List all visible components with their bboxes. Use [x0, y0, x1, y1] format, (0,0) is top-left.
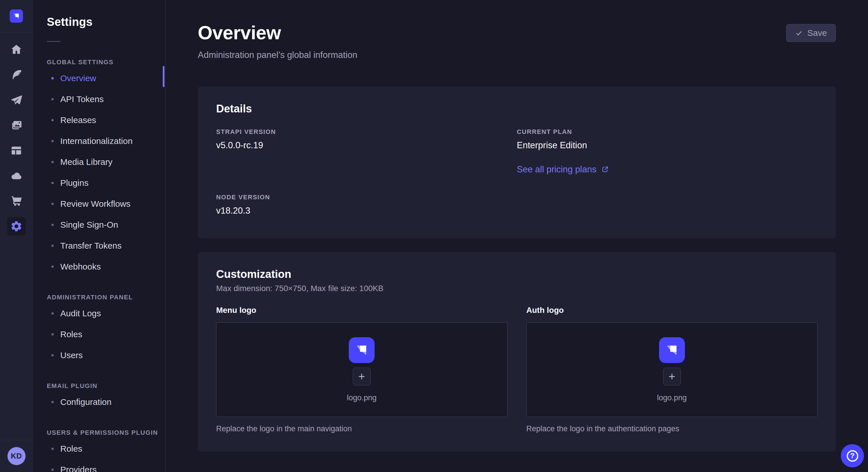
section-list-global-settings: Overview API Tokens Releases Internation…: [47, 68, 165, 277]
sidebar-item-label: Transfer Tokens: [60, 241, 121, 250]
sidebar-item-label: Configuration: [60, 397, 112, 407]
bullet-icon: [51, 469, 54, 471]
bullet-icon: [51, 203, 54, 205]
auth-logo-add-button[interactable]: [663, 368, 681, 385]
sidebar-item-label: Users: [60, 350, 83, 360]
sidebar-item-label: Overview: [60, 73, 96, 83]
sidebar-item-api-tokens[interactable]: API Tokens: [47, 89, 165, 109]
sidebar-item-admin-roles[interactable]: Roles: [47, 324, 165, 345]
save-button[interactable]: Save: [786, 24, 836, 42]
sidebar-item-up-roles[interactable]: Roles: [47, 438, 165, 459]
main-content: Overview Administration panel’s global i…: [166, 0, 868, 472]
bullet-icon: [51, 354, 54, 357]
sidebar-item-releases[interactable]: Releases: [47, 109, 165, 131]
section-list-administration-panel: Audit Logs Roles Users: [47, 303, 165, 366]
cloud-icon[interactable]: [7, 163, 26, 189]
bullet-icon: [51, 448, 54, 450]
menu-logo-filename: logo.png: [347, 394, 377, 402]
bullet-icon: [51, 312, 54, 314]
page-header-text: Overview Administration panel’s global i…: [198, 22, 358, 60]
rail-icon-list: [7, 32, 26, 239]
layout-icon[interactable]: [7, 138, 26, 163]
workspace-logo-section: [0, 0, 33, 32]
sidebar-item-review-workflows[interactable]: Review Workflows: [47, 193, 165, 214]
sidebar-title-divider: [47, 41, 61, 42]
check-icon: [795, 29, 803, 37]
pricing-plans-link[interactable]: See all pricing plans: [517, 164, 609, 175]
sidebar-item-label: Single Sign-On: [60, 220, 118, 230]
sidebar-item-label: Media Library: [60, 157, 113, 167]
gear-icon[interactable]: [7, 217, 26, 235]
menu-logo-preview: [349, 337, 375, 363]
current-plan-value: Enterprise Edition: [517, 140, 818, 150]
strapi-logo[interactable]: [10, 9, 23, 23]
sidebar-item-label: Providers: [60, 465, 97, 472]
strapi-version-value: v5.0.0-rc.19: [216, 140, 517, 150]
bullet-icon: [51, 266, 54, 268]
home-icon[interactable]: [7, 37, 26, 62]
section-header-email-plugin: EMAIL PLUGIN: [47, 382, 165, 390]
sidebar-item-email-configuration[interactable]: Configuration: [47, 392, 165, 412]
app-window: KD Settings GLOBAL SETTINGS Overview API…: [0, 0, 868, 472]
pricing-plans-link-label: See all pricing plans: [517, 164, 596, 175]
current-plan-field: CURRENT PLAN Enterprise Edition See all …: [517, 128, 818, 175]
logo-upload-row: Menu logo logo.png Replace the logo in t…: [216, 306, 817, 433]
customization-constraints: Max dimension: 750×750, Max file size: 1…: [216, 284, 817, 293]
plus-icon: [668, 372, 677, 381]
sidebar-item-internationalization[interactable]: Internationalization: [47, 131, 165, 151]
sidebar-item-label: Internationalization: [60, 136, 133, 146]
page-subtitle: Administration panel’s global informatio…: [198, 50, 358, 60]
details-card-title: Details: [216, 103, 817, 115]
sidebar-item-label: Plugins: [60, 178, 88, 188]
paper-plane-icon[interactable]: [7, 88, 26, 113]
node-version-field: NODE VERSION v18.20.3: [216, 194, 517, 216]
media-images-icon[interactable]: [7, 113, 26, 138]
strapi-logo-icon: [664, 342, 680, 358]
settings-sidebar: Settings GLOBAL SETTINGS Overview API To…: [33, 0, 166, 472]
strapi-version-field: STRAPI VERSION v5.0.0-rc.19: [216, 128, 517, 175]
page-title: Overview: [198, 22, 358, 43]
sidebar-item-up-providers[interactable]: Providers: [47, 459, 165, 472]
menu-logo-column: Menu logo logo.png Replace the logo in t…: [216, 306, 507, 433]
sidebar-title: Settings: [47, 15, 165, 28]
auth-logo-column: Auth logo logo.png Replace the logo in t…: [526, 306, 818, 433]
feather-icon[interactable]: [7, 62, 26, 88]
section-header-users-permissions-plugin: USERS & PERMISSIONS PLUGIN: [47, 429, 165, 436]
help-button[interactable]: ?: [841, 444, 864, 467]
bullet-icon: [51, 245, 54, 247]
section-list-users-permissions-plugin: Roles Providers: [47, 438, 165, 472]
sidebar-item-label: API Tokens: [60, 94, 104, 104]
sidebar-item-plugins[interactable]: Plugins: [47, 172, 165, 193]
customization-card-title: Customization: [216, 268, 817, 280]
node-version-label: NODE VERSION: [216, 194, 517, 201]
sidebar-item-label: Review Workflows: [60, 199, 131, 209]
sidebar-scrollbar-thumb[interactable]: [163, 66, 164, 87]
sidebar-item-admin-users[interactable]: Users: [47, 345, 165, 366]
cart-icon[interactable]: [7, 189, 26, 214]
bullet-icon: [51, 224, 54, 226]
strapi-logo-icon: [353, 342, 370, 358]
bullet-icon: [51, 119, 54, 121]
auth-logo-upload-zone[interactable]: logo.png: [526, 322, 818, 417]
sidebar-item-audit-logs[interactable]: Audit Logs: [47, 303, 165, 324]
user-avatar[interactable]: KD: [7, 447, 26, 465]
menu-logo-caption: Replace the logo in the main navigation: [216, 425, 507, 433]
current-plan-label: CURRENT PLAN: [517, 128, 818, 136]
auth-logo-label: Auth logo: [526, 306, 818, 315]
sidebar-item-single-sign-on[interactable]: Single Sign-On: [47, 214, 165, 235]
bullet-icon: [51, 77, 54, 79]
sidebar-item-label: Roles: [60, 444, 82, 453]
sidebar-item-media-library[interactable]: Media Library: [47, 151, 165, 172]
menu-logo-label: Menu logo: [216, 306, 507, 315]
auth-logo-preview: [659, 337, 685, 363]
details-card: Details STRAPI VERSION v5.0.0-rc.19 CURR…: [198, 87, 836, 238]
sidebar-item-overview[interactable]: Overview: [47, 68, 165, 89]
plus-icon: [357, 372, 366, 381]
menu-logo-add-button[interactable]: [353, 368, 371, 385]
section-header-administration-panel: ADMINISTRATION PANEL: [47, 294, 165, 301]
sidebar-item-label: Releases: [60, 115, 96, 125]
sidebar-item-webhooks[interactable]: Webhooks: [47, 256, 165, 277]
details-grid: STRAPI VERSION v5.0.0-rc.19 CURRENT PLAN…: [216, 128, 817, 216]
sidebar-item-transfer-tokens[interactable]: Transfer Tokens: [47, 235, 165, 256]
menu-logo-upload-zone[interactable]: logo.png: [216, 322, 507, 417]
